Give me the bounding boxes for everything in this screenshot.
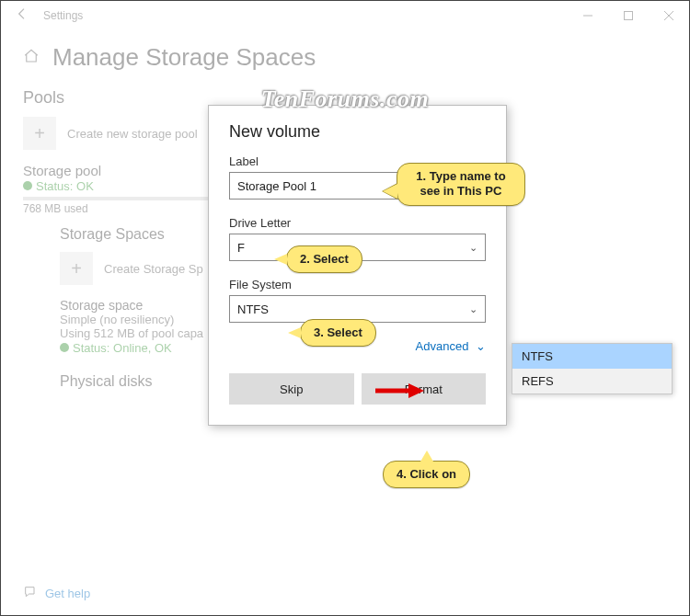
- back-button[interactable]: [8, 6, 36, 25]
- arrow-right-icon: [374, 382, 424, 399]
- close-button[interactable]: [649, 1, 689, 30]
- space-status: Status: Online, OK: [60, 341, 172, 355]
- svg-rect-1: [625, 12, 633, 20]
- home-icon[interactable]: [23, 48, 40, 67]
- settings-window: Settings Manage Storage Spaces Pools + C…: [0, 0, 690, 616]
- skip-button[interactable]: Skip: [229, 373, 354, 405]
- drive-letter-label: Drive Letter: [229, 216, 486, 230]
- create-space-label: Create Storage Sp: [104, 262, 203, 276]
- get-help-link[interactable]: Get help: [23, 585, 90, 602]
- annotation-callout: 4. Click on: [383, 461, 470, 488]
- dialog-title: New volume: [229, 122, 486, 142]
- titlebar: Settings: [1, 1, 689, 30]
- titlebar-title: Settings: [43, 9, 83, 22]
- help-icon: [23, 585, 38, 602]
- minimize-button[interactable]: [568, 1, 608, 30]
- chevron-down-icon: ⌄: [472, 339, 486, 353]
- annotation-callout: 3. Select: [300, 319, 376, 347]
- help-label: Get help: [45, 587, 90, 600]
- file-system-dropdown: NTFS REFS: [512, 343, 673, 394]
- file-system-label: File System: [229, 278, 486, 291]
- create-pool-label: Create new storage pool: [67, 127, 198, 141]
- dropdown-option-ntfs[interactable]: NTFS: [512, 344, 672, 369]
- window-controls: [568, 1, 689, 30]
- page-title: Manage Storage Spaces: [52, 43, 316, 72]
- usage-bar: [23, 197, 225, 200]
- annotation-callout: 2. Select: [286, 245, 362, 273]
- plus-icon: +: [60, 252, 93, 285]
- chevron-down-icon: ⌄: [469, 242, 477, 254]
- svg-marker-5: [408, 383, 424, 398]
- pool-status: Status: OK: [23, 179, 94, 193]
- chevron-down-icon: ⌄: [469, 303, 477, 315]
- plus-icon: +: [23, 117, 56, 150]
- advanced-link[interactable]: Advanced ⌄: [416, 339, 486, 353]
- maximize-button[interactable]: [608, 1, 649, 30]
- dropdown-option-refs[interactable]: REFS: [512, 369, 672, 394]
- annotation-callout: 1. Type name to see in This PC: [397, 163, 525, 206]
